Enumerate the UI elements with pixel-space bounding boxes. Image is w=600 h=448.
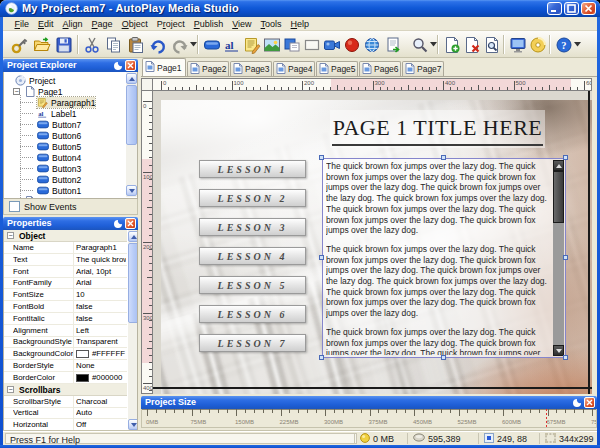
property-value[interactable]: #FFFFFF	[76, 348, 126, 360]
properties-header[interactable]: Properties	[3, 217, 138, 230]
tree-item-page1[interactable]: Page1	[25, 86, 63, 97]
menu-align[interactable]: Align	[58, 17, 87, 31]
web-object-icon[interactable]	[361, 34, 382, 55]
project-size-header[interactable]: Project Size	[141, 396, 597, 409]
help-icon[interactable]: ?	[553, 34, 574, 55]
selection-handle[interactable]	[319, 355, 324, 360]
selection-handle[interactable]	[563, 355, 568, 360]
property-value[interactable]: 10	[76, 289, 126, 301]
tab-page1[interactable]: Page1	[142, 58, 186, 76]
page-title-object[interactable]: PAGE 1 TITLE HERE	[330, 110, 545, 148]
property-value[interactable]: false	[76, 313, 126, 325]
property-value[interactable]: Arial, 10pt	[76, 266, 126, 278]
selection-handle[interactable]	[319, 255, 324, 260]
project-explorer-close-button[interactable]	[125, 60, 136, 71]
paste-icon[interactable]	[125, 34, 146, 55]
tab-page5[interactable]: Page5	[316, 61, 358, 76]
minimize-button[interactable]	[547, 2, 562, 15]
collapse-icon[interactable]: −	[7, 232, 14, 239]
tree-item-button6[interactable]: Button6	[37, 130, 81, 141]
tab-page3[interactable]: Page3	[230, 61, 272, 76]
lesson-button-6[interactable]: LESSON 6	[199, 305, 306, 323]
tree-item-button7[interactable]: Button7	[37, 119, 81, 130]
xbutton-object-icon[interactable]	[341, 34, 362, 55]
menu-publish[interactable]: Publish	[189, 17, 228, 31]
redo-icon[interactable]	[169, 34, 190, 55]
tree-item-paragraph1[interactable]: Paragraph1	[37, 97, 95, 108]
property-value[interactable]: Auto	[76, 407, 126, 419]
property-value[interactable]: The quick brown	[76, 254, 126, 266]
undo-icon[interactable]	[147, 34, 168, 55]
image-object-icon[interactable]	[261, 34, 282, 55]
title-bar[interactable]: My Project.am7 - AutoPlay Media Studio	[0, 0, 600, 17]
property-row-fontitalic[interactable]: FontItalicfalse	[4, 313, 127, 325]
tree-item-project[interactable]: Project	[15, 75, 55, 86]
property-value[interactable]: #000000	[76, 372, 126, 384]
property-row-name[interactable]: NameParagraph1	[4, 242, 127, 254]
tree-expander-icon[interactable]: −	[13, 88, 20, 95]
property-value[interactable]: Off	[76, 419, 126, 431]
selection-handle[interactable]	[441, 355, 446, 360]
property-row-backgroundstyle[interactable]: BackgroundStyleTransparent	[4, 336, 127, 348]
property-value[interactable]: Left	[76, 325, 126, 337]
tree-item-button5[interactable]: Button5	[37, 141, 81, 152]
new-project-icon[interactable]	[9, 34, 30, 55]
video-object-icon[interactable]	[321, 34, 342, 55]
panel-pin-icon[interactable]	[112, 218, 123, 229]
scroll-down-icon[interactable]	[126, 185, 137, 196]
menu-edit[interactable]: Edit	[34, 17, 59, 31]
property-row-scrollbarstyle[interactable]: ScrollbarStyleCharcoal	[4, 396, 127, 408]
panel-pin-icon[interactable]	[112, 60, 123, 71]
zoom-icon[interactable]	[409, 34, 430, 55]
menu-object[interactable]: Object	[117, 17, 152, 31]
menu-tools[interactable]: Tools	[256, 17, 286, 31]
open-icon[interactable]	[31, 34, 52, 55]
tree-item-button3[interactable]: Button3	[37, 163, 81, 174]
selection-handle[interactable]	[441, 155, 446, 160]
lesson-button-5[interactable]: LESSON 5	[199, 276, 306, 294]
preview-page-icon[interactable]	[481, 34, 502, 55]
property-section-scrollbars[interactable]: −Scrollbars	[4, 384, 127, 396]
property-value[interactable]: None	[76, 360, 126, 372]
property-value[interactable]: Paragraph1	[76, 242, 126, 254]
property-row-vertical[interactable]: VerticalAuto	[4, 407, 127, 419]
scroll-down-icon[interactable]	[128, 419, 138, 430]
tab-page6[interactable]: Page6	[359, 61, 401, 76]
add-page-icon[interactable]	[441, 34, 462, 55]
property-row-alignment[interactable]: AlignmentLeft	[4, 325, 127, 337]
tree-item-button4[interactable]: Button4	[37, 152, 81, 163]
scrollbar-thumb[interactable]	[553, 171, 564, 223]
property-row-backgroundcolor[interactable]: BackgroundColor#FFFFFF	[4, 348, 127, 360]
lesson-button-1[interactable]: LESSON 1	[199, 160, 306, 178]
panel-pin-icon[interactable]	[571, 397, 582, 408]
property-row-font[interactable]: FontArial, 10pt	[4, 266, 127, 278]
scroll-up-icon[interactable]	[126, 73, 137, 84]
menu-page[interactable]: Page	[87, 17, 117, 31]
tree-item-button2[interactable]: Button2	[37, 174, 81, 185]
property-row-borderstyle[interactable]: BorderStyleNone	[4, 360, 127, 372]
design-canvas[interactable]: PAGE 1 TITLE HERE LESSON 1LESSON 2LESSON…	[153, 91, 592, 394]
paragraph-object-icon[interactable]	[241, 34, 262, 55]
save-icon[interactable]	[53, 34, 74, 55]
label-object-icon[interactable]: al	[221, 34, 242, 55]
show-events-checkbox[interactable]	[9, 201, 20, 212]
paragraph-object[interactable]: The quick brown fox jumps over the lazy …	[322, 158, 566, 358]
selection-handle[interactable]	[563, 255, 568, 260]
property-row-fontsize[interactable]: FontSize10	[4, 289, 127, 301]
scrollbar-thumb[interactable]	[126, 85, 137, 145]
menu-help[interactable]: Help	[286, 17, 314, 31]
property-value[interactable]: Transparent	[76, 336, 126, 348]
property-row-text[interactable]: TextThe quick brown	[4, 254, 127, 266]
tab-page7[interactable]: Page7	[402, 61, 444, 76]
build-icon[interactable]	[527, 34, 548, 55]
lesson-button-2[interactable]: LESSON 2	[199, 189, 306, 207]
selection-handle[interactable]	[563, 155, 568, 160]
collapse-icon[interactable]: −	[7, 386, 14, 393]
maximize-button[interactable]	[564, 2, 579, 15]
lesson-button-7[interactable]: LESSON 7	[199, 334, 306, 352]
properties-close-button[interactable]	[125, 218, 136, 229]
property-row-fontbold[interactable]: FontBoldfalse	[4, 301, 127, 313]
lesson-button-3[interactable]: LESSON 3	[199, 218, 306, 236]
close-button[interactable]	[581, 2, 596, 15]
scrollbar-thumb[interactable]	[128, 243, 138, 323]
